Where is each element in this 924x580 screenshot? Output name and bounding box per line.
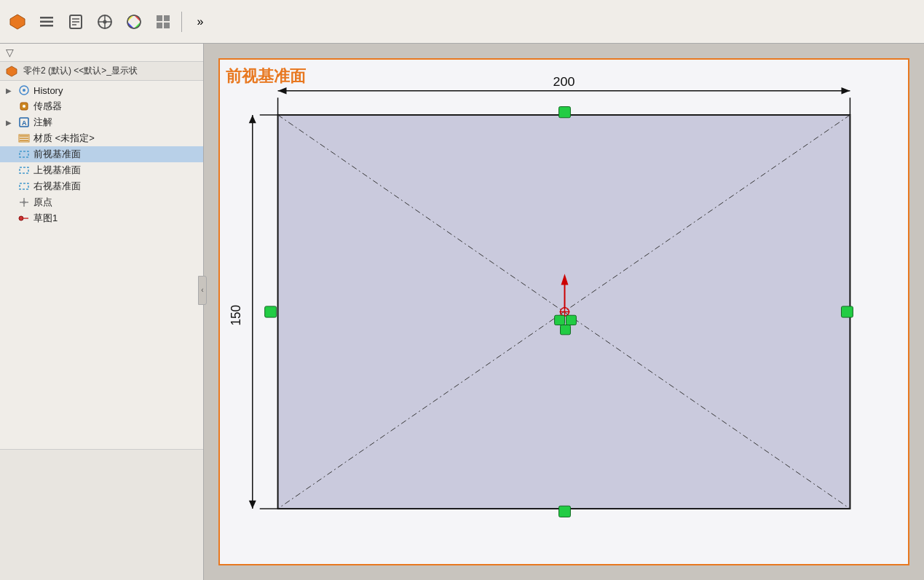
configuration-manager-btn[interactable] — [92, 9, 118, 35]
property-manager-btn[interactable] — [63, 9, 89, 35]
tree-item-sketch1[interactable]: 草图1 — [0, 210, 203, 226]
sensor-svg-icon — [18, 100, 30, 112]
handle-left-center[interactable] — [265, 306, 277, 317]
handle-center-3[interactable] — [561, 325, 571, 335]
tree-item-top-plane[interactable]: 上视基准面 — [0, 162, 203, 178]
part-icon-btn[interactable] — [4, 9, 31, 35]
main-area: ▽ 零件2 (默认) <<默认>_显示状 ▶ History — [0, 44, 924, 580]
top-plane-icon — [17, 164, 31, 177]
handle-center-1[interactable] — [555, 315, 565, 325]
material-svg-icon — [18, 132, 30, 144]
sensor-icon — [17, 100, 31, 113]
part-small-icon — [6, 65, 17, 77]
right-plane-svg-icon — [18, 180, 30, 192]
material-icon — [17, 132, 31, 145]
appearance-btn[interactable] — [121, 9, 147, 35]
origin-icon — [17, 196, 31, 209]
sketch1-icon — [17, 212, 31, 225]
collapse-icon: ‹ — [201, 286, 203, 294]
history-svg-icon — [18, 84, 30, 96]
right-plane-icon — [17, 180, 31, 193]
scene-btn[interactable] — [150, 9, 176, 35]
svg-rect-17 — [164, 23, 170, 28]
handle-center-2[interactable] — [566, 315, 576, 325]
origin-label: 原点 — [33, 196, 52, 209]
tree-item-history[interactable]: ▶ History — [0, 82, 203, 98]
sketch-canvas: 前视基准面 200 — [218, 58, 909, 565]
svg-point-11 — [103, 20, 107, 23]
tree-item-annotation[interactable]: ▶ A 注解 — [0, 114, 203, 130]
history-icon — [17, 84, 31, 97]
svg-text:A: A — [22, 119, 27, 127]
top-plane-svg-icon — [18, 164, 30, 176]
sketch1-label: 草图1 — [33, 212, 58, 225]
appearance-icon — [125, 13, 143, 31]
handle-top-center[interactable] — [559, 107, 571, 118]
front-plane-svg-icon — [18, 148, 30, 160]
more-icon: » — [197, 15, 204, 28]
more-tools-btn[interactable]: » — [187, 9, 213, 35]
feature-manager-btn[interactable] — [33, 9, 60, 35]
svg-rect-15 — [164, 15, 170, 21]
dim-text-height: 150 — [228, 305, 242, 326]
annotation-label: 注解 — [33, 116, 52, 129]
feature-manager-icon — [38, 13, 55, 31]
history-label: History — [33, 85, 63, 96]
dim-arrow-top-left — [249, 115, 256, 123]
tree-item-front-plane[interactable]: 前视基准面 — [0, 146, 203, 162]
filter-bar: ▽ — [0, 44, 203, 62]
scene-icon — [154, 13, 172, 31]
tree-item-material[interactable]: 材质 <未指定> — [0, 130, 203, 146]
part-icon — [9, 13, 26, 31]
svg-point-20 — [23, 89, 25, 92]
material-label: 材质 <未指定> — [33, 132, 95, 145]
expand-arrow-annotation: ▶ — [6, 119, 15, 127]
sketch1-svg-icon — [18, 212, 30, 224]
svg-point-13 — [127, 15, 141, 28]
svg-marker-0 — [10, 15, 25, 29]
expand-arrow-history: ▶ — [6, 87, 15, 95]
canvas-area[interactable]: 前视基准面 200 — [204, 44, 924, 580]
dim-arrow-bottom-left — [249, 501, 256, 509]
svg-rect-16 — [157, 23, 162, 28]
handle-bottom-center[interactable] — [559, 506, 571, 517]
tree-item-origin[interactable]: 原点 — [0, 194, 203, 210]
tree-title: 零件2 (默认) <<默认>_显示状 — [0, 62, 203, 81]
toolbar: » — [0, 0, 924, 44]
front-plane-icon — [17, 148, 31, 161]
dim-arrow-left-top — [278, 87, 287, 94]
svg-rect-31 — [20, 183, 28, 189]
svg-rect-30 — [20, 167, 28, 173]
svg-marker-18 — [7, 66, 17, 76]
tree-item-right-plane[interactable]: 右视基准面 — [0, 178, 203, 194]
top-plane-label: 上视基准面 — [33, 164, 81, 177]
svg-point-35 — [19, 216, 23, 221]
tree-item-sensor[interactable]: 传感器 — [0, 98, 203, 114]
sensor-label: 传感器 — [33, 100, 62, 113]
right-plane-label: 右视基准面 — [33, 180, 81, 193]
svg-rect-29 — [20, 151, 28, 157]
svg-rect-1 — [40, 17, 53, 19]
sketch-svg: 200 150 — [220, 60, 908, 564]
dim-text-width: 200 — [553, 74, 575, 89]
svg-rect-14 — [157, 15, 162, 21]
svg-point-34 — [23, 201, 25, 204]
collapse-handle[interactable]: ‹ — [198, 276, 207, 305]
dim-arrow-right-top — [841, 87, 850, 94]
front-plane-label: 前视基准面 — [33, 148, 81, 161]
left-panel-bottom — [0, 449, 203, 580]
svg-rect-2 — [40, 20, 53, 23]
svg-point-22 — [23, 105, 25, 108]
toolbar-separator-1 — [181, 12, 182, 32]
annotation-icon: A — [17, 116, 31, 129]
handle-right-center[interactable] — [841, 306, 853, 317]
filter-icon: ▽ — [6, 47, 14, 58]
tree-title-text: 零件2 (默认) <<默认>_显示状 — [23, 65, 138, 77]
configuration-manager-icon — [96, 13, 114, 31]
left-panel: ▽ 零件2 (默认) <<默认>_显示状 ▶ History — [0, 44, 204, 580]
tree-panel: ▶ History 传感器 — [0, 81, 203, 449]
property-manager-icon — [67, 13, 84, 31]
svg-rect-3 — [40, 25, 53, 27]
annotation-svg-icon: A — [18, 116, 30, 128]
origin-svg-icon — [18, 196, 30, 208]
